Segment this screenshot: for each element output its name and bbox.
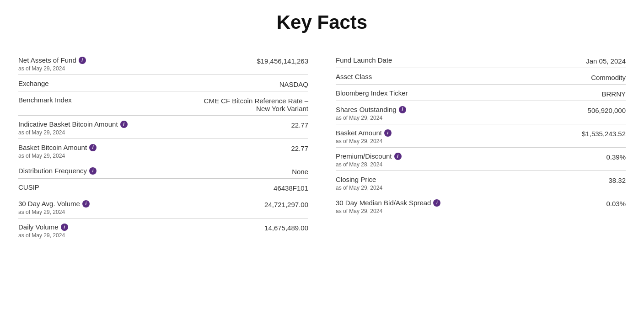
fact-row-benchmark-index: Benchmark IndexCME CF Bitcoin Reference …	[18, 91, 308, 116]
fact-value-shares-outstanding: 506,920,000	[588, 106, 626, 114]
fact-label-premium-discount: Premium/Discounti	[336, 152, 597, 160]
info-icon-basket-bitcoin[interactable]: i	[89, 144, 97, 151]
fact-row-exchange: ExchangeNASDAQ	[18, 75, 308, 91]
fact-label-bloomberg-ticker: Bloomberg Index Ticker	[336, 89, 592, 97]
fact-label-group-shares-outstanding: Shares Outstandingias of May 29, 2024	[336, 106, 579, 121]
fact-row-asset-class: Asset ClassCommodity	[336, 68, 626, 85]
fact-label-group-distribution-frequency: Distribution Frequencyi	[18, 167, 283, 175]
fact-value-cusip: 46438F101	[274, 183, 308, 192]
fact-date-closing-price: as of May 29, 2024	[336, 185, 599, 191]
info-icon-basket-amount[interactable]: i	[384, 129, 392, 137]
fact-date-avg-volume: as of May 29, 2024	[18, 209, 255, 215]
fact-label-exchange: Exchange	[18, 80, 270, 87]
fact-value-benchmark-index: CME CF Bitcoin Reference Rate –New York …	[204, 96, 308, 112]
key-facts-grid: Net Assets of Fundias of May 29, 2024$19…	[18, 52, 626, 241]
fact-label-group-benchmark-index: Benchmark Index	[18, 96, 195, 104]
fact-label-group-net-assets: Net Assets of Fundias of May 29, 2024	[18, 56, 247, 72]
fact-label-fund-launch: Fund Launch Date	[336, 56, 577, 64]
left-column: Net Assets of Fundias of May 29, 2024$19…	[18, 52, 308, 241]
fact-value-basket-amount: $1,535,243.52	[582, 129, 626, 138]
fact-row-shares-outstanding: Shares Outstandingias of May 29, 2024506…	[336, 101, 626, 124]
fact-label-group-basket-amount: Basket Amountias of May 29, 2024	[336, 129, 573, 144]
fact-row-premium-discount: Premium/Discountias of May 28, 20240.39%	[336, 148, 626, 171]
fact-date-premium-discount: as of May 28, 2024	[336, 161, 597, 168]
fact-row-bid-ask-spread: 30 Day Median Bid/Ask Spreadias of May 2…	[336, 194, 626, 217]
fact-label-cusip: CUSIP	[18, 183, 264, 191]
fact-label-group-daily-volume: Daily Volumeias of May 29, 2024	[18, 223, 255, 239]
fact-label-distribution-frequency: Distribution Frequencyi	[18, 167, 283, 175]
fact-row-indicative-basket: Indicative Basket Bitcoin Amountias of M…	[18, 116, 308, 139]
fact-value-bloomberg-ticker: BRRNY	[601, 89, 626, 98]
fact-label-net-assets: Net Assets of Fundi	[18, 56, 247, 64]
fact-value-exchange: NASDAQ	[279, 80, 308, 88]
fact-value-premium-discount: 0.39%	[606, 152, 626, 161]
info-icon-distribution-frequency[interactable]: i	[89, 167, 97, 175]
fact-label-basket-amount: Basket Amounti	[336, 129, 573, 137]
fact-label-basket-bitcoin: Basket Bitcoin Amounti	[18, 144, 282, 151]
fact-row-distribution-frequency: Distribution FrequencyiNone	[18, 162, 308, 179]
fact-value-net-assets: $19,456,141,263	[257, 56, 308, 65]
info-icon-shares-outstanding[interactable]: i	[399, 106, 406, 113]
info-icon-premium-discount[interactable]: i	[394, 153, 402, 160]
fact-row-basket-bitcoin: Basket Bitcoin Amountias of May 29, 2024…	[18, 139, 308, 162]
fact-row-daily-volume: Daily Volumeias of May 29, 202414,675,48…	[18, 218, 308, 241]
fact-row-net-assets: Net Assets of Fundias of May 29, 2024$19…	[18, 52, 308, 75]
page-title: Key Facts	[18, 9, 626, 33]
fact-label-group-premium-discount: Premium/Discountias of May 28, 2024	[336, 152, 597, 168]
fact-value-asset-class: Commodity	[591, 73, 626, 81]
fact-label-closing-price: Closing Price	[336, 176, 599, 183]
fact-label-avg-volume: 30 Day Avg. Volumei	[18, 200, 255, 208]
fact-date-shares-outstanding: as of May 29, 2024	[336, 115, 579, 121]
fact-value-avg-volume: 24,721,297.00	[264, 200, 308, 208]
fact-label-group-avg-volume: 30 Day Avg. Volumeias of May 29, 2024	[18, 200, 255, 215]
right-column: Fund Launch DateJan 05, 2024Asset ClassC…	[336, 52, 626, 241]
fact-label-benchmark-index: Benchmark Index	[18, 96, 195, 104]
fact-date-daily-volume: as of May 29, 2024	[18, 232, 255, 239]
fact-label-group-basket-bitcoin: Basket Bitcoin Amountias of May 29, 2024	[18, 144, 282, 159]
fact-label-group-cusip: CUSIP	[18, 183, 264, 191]
fact-label-shares-outstanding: Shares Outstandingi	[336, 106, 579, 113]
fact-label-group-exchange: Exchange	[18, 80, 270, 87]
fact-value-daily-volume: 14,675,489.00	[264, 223, 308, 232]
fact-label-asset-class: Asset Class	[336, 73, 582, 80]
fact-row-cusip: CUSIP46438F101	[18, 179, 308, 195]
fact-row-fund-launch: Fund Launch DateJan 05, 2024	[336, 52, 626, 68]
fact-date-indicative-basket: as of May 29, 2024	[18, 129, 282, 136]
fact-date-bid-ask-spread: as of May 29, 2024	[336, 208, 597, 214]
fact-label-group-closing-price: Closing Priceas of May 29, 2024	[336, 176, 599, 191]
info-icon-avg-volume[interactable]: i	[82, 200, 90, 208]
fact-row-closing-price: Closing Priceas of May 29, 202438.32	[336, 171, 626, 194]
fact-label-daily-volume: Daily Volumei	[18, 223, 255, 231]
info-icon-bid-ask-spread[interactable]: i	[433, 199, 440, 207]
fact-value-closing-price: 38.32	[608, 176, 626, 184]
fact-label-group-indicative-basket: Indicative Basket Bitcoin Amountias of M…	[18, 120, 282, 136]
fact-value-basket-bitcoin: 22.77	[291, 144, 308, 152]
fact-date-basket-bitcoin: as of May 29, 2024	[18, 153, 282, 159]
fact-label-group-asset-class: Asset Class	[336, 73, 582, 80]
fact-label-group-bid-ask-spread: 30 Day Median Bid/Ask Spreadias of May 2…	[336, 199, 597, 214]
fact-label-bid-ask-spread: 30 Day Median Bid/Ask Spreadi	[336, 199, 597, 207]
info-icon-net-assets[interactable]: i	[79, 57, 86, 64]
fact-value-distribution-frequency: None	[292, 167, 308, 176]
fact-date-basket-amount: as of May 29, 2024	[336, 138, 573, 144]
fact-value-indicative-basket: 22.77	[291, 120, 308, 129]
fact-label-group-fund-launch: Fund Launch Date	[336, 56, 577, 64]
fact-label-group-bloomberg-ticker: Bloomberg Index Ticker	[336, 89, 592, 97]
fact-row-basket-amount: Basket Amountias of May 29, 2024$1,535,2…	[336, 124, 626, 148]
fact-row-avg-volume: 30 Day Avg. Volumeias of May 29, 202424,…	[18, 195, 308, 218]
fact-label-indicative-basket: Indicative Basket Bitcoin Amounti	[18, 120, 282, 128]
fact-value-fund-launch: Jan 05, 2024	[586, 56, 626, 65]
fact-value-bid-ask-spread: 0.03%	[606, 199, 626, 208]
fact-row-bloomberg-ticker: Bloomberg Index TickerBRRNY	[336, 85, 626, 101]
info-icon-daily-volume[interactable]: i	[61, 224, 68, 231]
fact-date-net-assets: as of May 29, 2024	[18, 65, 247, 72]
info-icon-indicative-basket[interactable]: i	[120, 121, 128, 128]
